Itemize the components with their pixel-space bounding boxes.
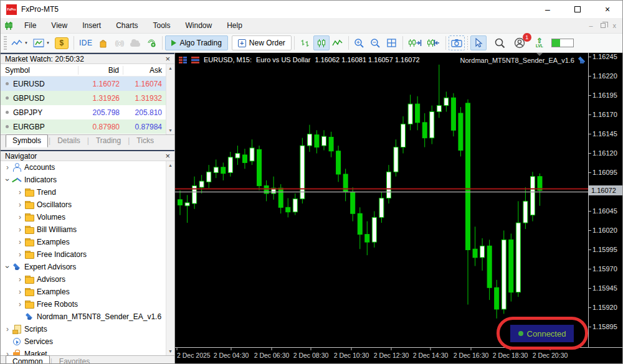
- menu-help[interactable]: Help: [219, 21, 250, 30]
- tab-ticks[interactable]: Ticks: [130, 135, 160, 147]
- menu-tools[interactable]: Tools: [146, 21, 178, 30]
- candle-chart-mode-button[interactable]: [313, 35, 330, 50]
- market-watch-row-gbpjpy[interactable]: GBPJPY205.798205.810: [1, 105, 174, 119]
- chevron-right-icon[interactable]: ›: [16, 225, 24, 234]
- navigator-item-scripts[interactable]: ›Scripts: [1, 323, 174, 335]
- profile-button[interactable]: 1: [511, 35, 528, 50]
- navigator-item-indicators[interactable]: ›Indicators: [1, 174, 174, 186]
- navigator-item-expert-advisors[interactable]: ›Expert Advisors: [1, 261, 174, 273]
- market-watch-row-gbpusd[interactable]: GBPUSD1.319261.31932: [1, 91, 174, 105]
- close-icon[interactable]: ×: [165, 55, 170, 63]
- tab-favorites[interactable]: Favorites: [53, 356, 96, 364]
- column-symbol[interactable]: Symbol: [1, 66, 78, 75]
- algo-trading-label: Algo Trading: [179, 39, 221, 47]
- menu-window[interactable]: Window: [178, 21, 220, 30]
- market-watch-row-eurgbp[interactable]: EURGBP0.879800.87984: [1, 119, 174, 134]
- metaeditor-button[interactable]: IDE: [77, 35, 95, 50]
- chevron-right-icon[interactable]: ›: [3, 350, 12, 355]
- algo-trading-button[interactable]: Algo Trading: [165, 35, 227, 50]
- market-watch-table: Symbol Bid Ask EURUSD1.160721.16074GBPUS…: [1, 64, 174, 134]
- menu-file[interactable]: File: [17, 21, 44, 30]
- close-icon[interactable]: ×: [165, 152, 170, 160]
- navigator-item-accounts[interactable]: ›Accounts: [1, 161, 174, 174]
- one-click-trading-icon[interactable]: [191, 57, 199, 63]
- navigator-item-examples[interactable]: ›Examples: [1, 236, 174, 248]
- symbol-bullet-icon: [6, 82, 9, 85]
- maximize-button[interactable]: [563, 1, 592, 18]
- navigator-item-oscillators[interactable]: ›Oscillators: [1, 198, 174, 211]
- market-watch-column-header[interactable]: Symbol Bid Ask: [1, 64, 174, 77]
- scroll-up-icon[interactable]: ▲: [168, 161, 173, 169]
- menu-insert[interactable]: Insert: [75, 21, 108, 30]
- zoom-in-button[interactable]: [351, 35, 368, 50]
- depth-of-market-icon[interactable]: [179, 57, 187, 63]
- chevron-right-icon[interactable]: ›: [16, 213, 24, 222]
- shift-left-button[interactable]: [424, 35, 443, 50]
- navigator-item-advisors[interactable]: ›Advisors: [1, 273, 174, 286]
- navigator-item-services[interactable]: Services: [1, 335, 174, 348]
- scroll-up-icon[interactable]: ▲: [168, 64, 173, 72]
- column-bid[interactable]: Bid: [78, 66, 123, 75]
- zoom-out-button[interactable]: [368, 35, 384, 50]
- deposit-button[interactable]: $: [52, 35, 71, 50]
- chevron-right-icon[interactable]: ›: [16, 275, 24, 284]
- new-order-button[interactable]: + New Order: [232, 35, 292, 50]
- chevron-right-icon[interactable]: ›: [16, 238, 24, 246]
- menu-view[interactable]: View: [44, 21, 75, 30]
- chevron-right-icon[interactable]: ›: [16, 200, 24, 209]
- vps-button[interactable]: [127, 35, 143, 50]
- new-chart-button[interactable]: ▼: [31, 35, 52, 50]
- add-signal-button[interactable]: [143, 35, 159, 50]
- chart-style-button[interactable]: ▼: [9, 35, 31, 50]
- navigator-item-trend[interactable]: ›Trend: [1, 186, 174, 198]
- levels-button[interactable]: ⇧LVL: [531, 35, 548, 50]
- close-button[interactable]: ×: [592, 1, 622, 18]
- navigator-item-examples[interactable]: ›Examples: [1, 286, 174, 298]
- market-watch-header[interactable]: Market Watch: 20:50:32 ×: [1, 53, 174, 64]
- chevron-right-icon[interactable]: ›: [16, 300, 24, 309]
- navigator-item-bill-williams[interactable]: ›Bill Williams: [1, 223, 174, 236]
- tab-common[interactable]: Common: [6, 355, 50, 364]
- chevron-down-icon[interactable]: ›: [3, 175, 12, 184]
- mdi-restore-button[interactable]: [601, 23, 606, 28]
- tab-trading[interactable]: Trading: [90, 135, 127, 147]
- market-watch-scrollbar[interactable]: ▲ ▼: [166, 64, 174, 134]
- column-ask[interactable]: Ask: [123, 66, 166, 75]
- navigator-item-free-robots[interactable]: ›Free Robots: [1, 298, 174, 310]
- chevron-right-icon[interactable]: ›: [3, 325, 12, 334]
- navigator-scrollbar[interactable]: ▲ ▼: [166, 161, 174, 355]
- cursor-button[interactable]: [470, 35, 487, 50]
- scroll-down-icon[interactable]: ▼: [168, 126, 173, 134]
- scroll-down-icon[interactable]: ▼: [168, 347, 173, 355]
- bid-value: 1.31926: [78, 94, 123, 103]
- navigator-item-nordman-mt5nt8-sender-ea-v1-6[interactable]: Nordman_MT5NT8_Sender_EA_v1.6: [1, 310, 174, 323]
- navigator-item-volumes[interactable]: ›Volumes: [1, 211, 174, 223]
- tab-symbols[interactable]: Symbols: [6, 134, 48, 147]
- navigator-item-free-indicators[interactable]: ›Free Indicators: [1, 248, 174, 261]
- expert-advisor-icon[interactable]: [578, 57, 586, 64]
- minimize-button[interactable]: –: [533, 1, 563, 18]
- menu-charts[interactable]: Charts: [108, 21, 145, 30]
- chart-collapse-arrow-icon[interactable]: [536, 53, 543, 56]
- chevron-right-icon[interactable]: ›: [16, 287, 24, 296]
- market-store-button[interactable]: [95, 35, 111, 50]
- line-chart-mode-button[interactable]: [330, 35, 346, 50]
- navigator-header[interactable]: Navigator ×: [1, 150, 174, 161]
- chevron-down-icon[interactable]: ›: [3, 263, 12, 271]
- chevron-right-icon[interactable]: ›: [3, 163, 12, 172]
- navigator-tabs: Common|Favorites: [1, 355, 174, 364]
- toolbar-drag-handle[interactable]: [4, 36, 7, 50]
- navigator-item-market[interactable]: ›Market: [1, 348, 174, 355]
- mdi-close-button[interactable]: x: [613, 22, 617, 29]
- search-button[interactable]: [492, 35, 508, 50]
- chevron-right-icon[interactable]: ›: [16, 188, 24, 197]
- tile-windows-button[interactable]: [384, 35, 400, 50]
- chevron-right-icon[interactable]: ›: [16, 250, 24, 259]
- tab-details[interactable]: Details: [51, 135, 87, 147]
- market-watch-row-eurusd[interactable]: EURUSD1.160721.16074: [1, 77, 174, 91]
- mdi-minimize-button[interactable]: –: [589, 22, 592, 29]
- shift-end-button[interactable]: [406, 35, 424, 50]
- screenshot-button[interactable]: [449, 35, 465, 50]
- bar-chart-mode-button[interactable]: [297, 35, 313, 50]
- signals-button[interactable]: ((o)): [111, 35, 127, 50]
